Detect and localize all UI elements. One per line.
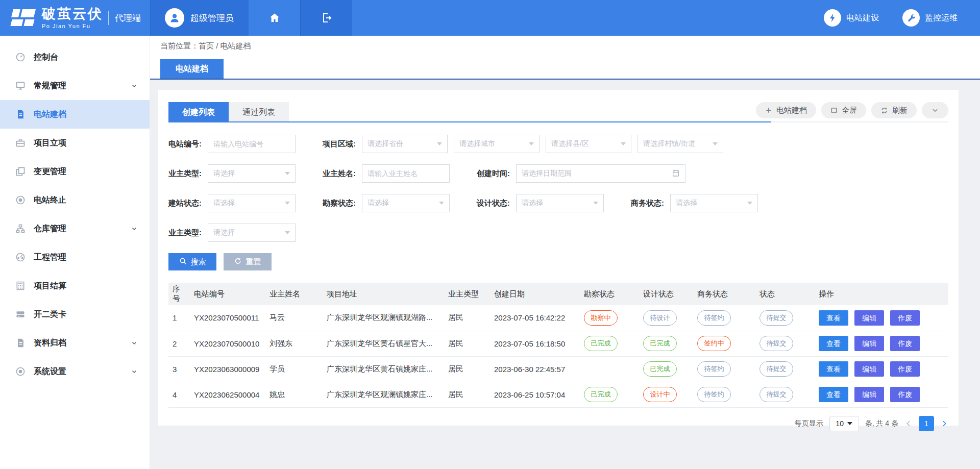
station-code-input[interactable] <box>208 135 296 153</box>
build-status-label: 建站状态: <box>168 199 202 208</box>
select-arrow-icon <box>621 142 626 145</box>
reset-button[interactable]: 重置 <box>224 253 272 270</box>
tab-create-list[interactable]: 创建列表 <box>168 102 229 122</box>
select-arrow-icon <box>285 231 290 234</box>
sidebar-item-general-mgmt[interactable]: 常规管理 <box>0 71 150 100</box>
per-page-label: 每页显示 <box>795 419 823 428</box>
owner-name-input[interactable] <box>362 164 450 183</box>
build-status-select[interactable]: 请选择 <box>208 194 296 212</box>
nav-station-build[interactable]: 电站建设 <box>824 9 879 27</box>
select-arrow-icon <box>285 172 290 175</box>
survey-status-select[interactable]: 请选择 <box>362 194 450 212</box>
total-count-label: 条, 共 4 条 <box>865 419 898 428</box>
edit-button[interactable]: 编辑 <box>854 310 884 326</box>
current-page[interactable]: 1 <box>919 416 934 431</box>
sidebar-item-type2-card[interactable]: 开二类卡 <box>0 300 150 329</box>
tab-passed-list[interactable]: 通过列表 <box>229 102 289 122</box>
page-tab-station-filing[interactable]: 电站建档 <box>160 59 224 79</box>
sidebar-item-change-mgmt[interactable]: 变更管理 <box>0 157 150 186</box>
select-arrow-icon <box>529 142 534 145</box>
collapse-button[interactable] <box>922 102 948 118</box>
status-badge: 签约中 <box>697 336 731 351</box>
copy-pages-icon <box>15 166 26 177</box>
status-badge: 设计中 <box>643 387 677 402</box>
sidebar-item-system-settings[interactable]: 系统设置 <box>0 357 150 386</box>
void-button[interactable]: 作废 <box>890 361 920 377</box>
logo-title: 破茧云伏 <box>42 7 103 21</box>
next-page-button[interactable] <box>940 419 948 428</box>
view-button[interactable]: 查看 <box>819 336 848 351</box>
province-select[interactable]: 请选择省份 <box>362 135 448 153</box>
logo-subtitle: Po Jian Yun Fu <box>42 23 103 29</box>
avatar <box>165 8 184 28</box>
sidebar-item-project-settlement[interactable]: 项目结算 <box>0 271 150 300</box>
void-button[interactable]: 作废 <box>890 336 920 351</box>
select-arrow-icon <box>593 202 598 205</box>
owner-type2-label: 业主类型: <box>168 228 202 238</box>
owner-type2-select[interactable]: 请选择 <box>208 224 296 242</box>
sidebar-item-label: 开二类卡 <box>34 309 66 320</box>
select-arrow-icon <box>439 202 444 205</box>
refresh-button[interactable]: 刷新 <box>871 102 917 118</box>
sidebar-item-warehouse-mgmt[interactable]: 仓库管理 <box>0 214 150 243</box>
void-button[interactable]: 作废 <box>890 387 920 402</box>
table-row: 4 YX2023062500004 姚忠 广东深圳龙华区观澜镇姚家庄... 居民… <box>168 382 948 407</box>
void-button[interactable]: 作废 <box>890 310 920 326</box>
owner-type-select[interactable]: 请选择 <box>208 164 296 183</box>
table-header-row: 序号 电站编号 业主姓名 项目地址 业主类型 创建日期 勘察状态 设计状态 商务… <box>168 283 948 305</box>
status-badge: 已完成 <box>643 361 677 377</box>
sidebar-item-console[interactable]: 控制台 <box>0 43 150 71</box>
edit-button[interactable]: 编辑 <box>854 387 884 402</box>
chevron-down-icon <box>131 368 137 375</box>
edit-button[interactable]: 编辑 <box>854 336 884 351</box>
col-address: 项目地址 <box>323 283 444 305</box>
sidebar: 控制台 常规管理 电站建档 项目立项 变更管理 电站终止 仓库管理 <box>0 36 150 469</box>
city-select[interactable]: 请选择城市 <box>454 135 540 153</box>
target-icon <box>15 366 26 377</box>
design-status-select[interactable]: 请选择 <box>516 194 604 212</box>
owner-type-label: 业主类型: <box>168 169 202 179</box>
add-station-button[interactable]: 电站建档 <box>756 102 816 118</box>
col-type: 业主类型 <box>444 283 490 305</box>
table-row: 2 YX2023070500010 刘强东 广东深圳龙华区黄石镇星官大... 居… <box>168 331 948 356</box>
lightning-icon <box>824 9 841 27</box>
dashboard-icon <box>15 52 26 62</box>
fullscreen-button[interactable]: 全屏 <box>821 102 866 118</box>
business-status-select[interactable]: 请选择 <box>670 194 758 212</box>
sidebar-item-station-filing[interactable]: 电站建档 <box>0 100 150 129</box>
view-button[interactable]: 查看 <box>819 361 848 377</box>
per-page-select[interactable]: 10 <box>829 416 859 431</box>
select-arrow-icon <box>285 202 290 205</box>
search-button[interactable]: 搜索 <box>168 253 216 270</box>
sidebar-item-label: 电站终止 <box>34 195 66 206</box>
sidebar-item-archive[interactable]: 资料归档 <box>0 329 150 357</box>
user-menu[interactable]: 超级管理员 <box>150 0 248 36</box>
credit-card-icon <box>15 309 26 319</box>
breadcrumb: 当前位置： 首页 / 电站建档 <box>150 36 980 56</box>
county-select[interactable]: 请选择县/区 <box>546 135 631 153</box>
edit-button[interactable]: 编辑 <box>854 361 884 377</box>
sidebar-item-project-initiation[interactable]: 项目立项 <box>0 129 150 157</box>
survey-status-empty-cell <box>580 356 639 382</box>
search-icon <box>179 257 187 266</box>
reset-label: 重置 <box>246 257 261 267</box>
home-button[interactable] <box>248 0 300 36</box>
sidebar-item-station-termination[interactable]: 电站终止 <box>0 186 150 214</box>
date-range-picker[interactable]: 请选择日期范围 <box>516 164 685 183</box>
sidebar-item-label: 工程管理 <box>34 252 66 263</box>
town-select[interactable]: 请选择村镇/街道 <box>638 135 723 153</box>
pagination: 每页显示 10 条, 共 4 条 1 <box>168 416 948 431</box>
logout-icon <box>321 12 333 24</box>
prev-page-button[interactable] <box>904 419 913 428</box>
table-row: 1 YX2023070500011 马云 广东深圳龙华区观澜镇观湖路... 居民… <box>168 305 948 331</box>
view-button[interactable]: 查看 <box>819 387 848 402</box>
station-table: 序号 电站编号 业主姓名 项目地址 业主类型 创建日期 勘察状态 设计状态 商务… <box>168 283 948 408</box>
sidebar-item-engineering-mgmt[interactable]: 工程管理 <box>0 243 150 271</box>
nav-monitor-ops[interactable]: 监控运维 <box>902 9 958 27</box>
view-button[interactable]: 查看 <box>819 310 848 326</box>
panel-header: 创建列表 通过列表 电站建档 全屏 刷新 <box>168 98 948 122</box>
sidebar-item-label: 项目结算 <box>34 281 66 291</box>
status-badge: 勘察中 <box>584 310 618 326</box>
briefcase-icon <box>15 138 26 148</box>
logout-button[interactable] <box>300 0 352 36</box>
